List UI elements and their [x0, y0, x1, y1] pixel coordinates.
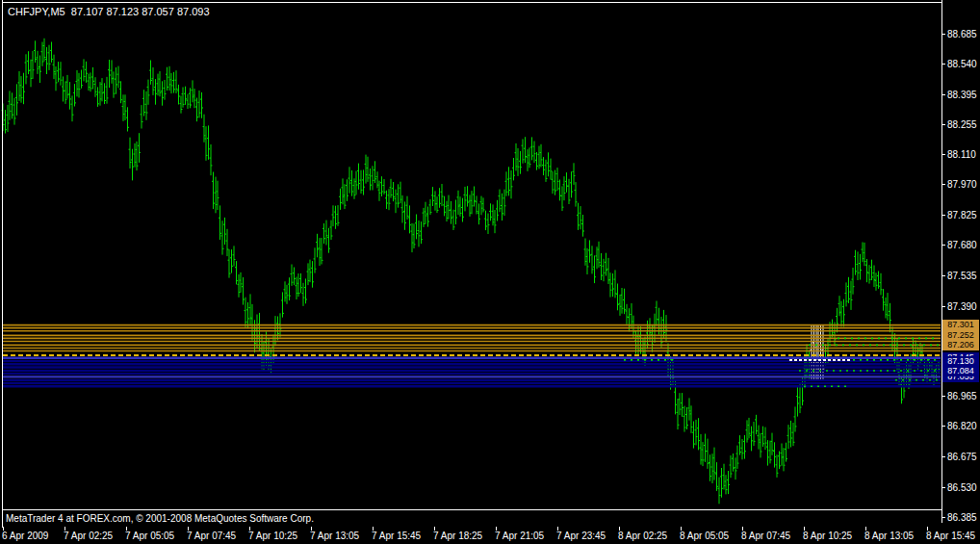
time-axis-label: 7 Apr 21:05 — [495, 531, 544, 541]
chart-title: CHFJPY,M5 87.107 87.123 87.057 87.093 — [8, 6, 210, 17]
price-axis-label: 87.535 — [947, 271, 977, 281]
time-axis-label: 7 Apr 05:05 — [125, 531, 174, 541]
price-axis-label: 88.685 — [947, 29, 977, 39]
price-axis-tick — [941, 456, 945, 457]
price-axis-label: 87.970 — [947, 179, 977, 190]
time-axis-label: 8 Apr 15:45 — [926, 531, 975, 541]
time-axis-label: 7 Apr 23:45 — [556, 531, 606, 541]
price-axis-tick — [941, 215, 945, 216]
price-axis-tick — [941, 124, 945, 125]
price-bars — [2, 39, 941, 505]
time-axis-label: 8 Apr 13:05 — [864, 531, 914, 541]
price-axis-label: 88.110 — [947, 149, 976, 160]
price-axis-label: 88.540 — [947, 59, 977, 69]
price-axis-tick — [941, 487, 945, 488]
time-axis-label: 7 Apr 07:45 — [187, 531, 236, 541]
time-axis-label: 7 Apr 02:25 — [64, 531, 113, 541]
status-bar-text: MetaTrader 4 at FOREX.com, © 2001-2008 M… — [6, 513, 314, 524]
time-axis-label: 6 Apr 2009 — [2, 531, 48, 541]
price-axis-label: 87.390 — [947, 301, 977, 312]
price-axis-label: 88.395 — [947, 90, 977, 100]
time-axis-label: 7 Apr 13:05 — [310, 531, 359, 541]
time-axis-label: 8 Apr 07:45 — [741, 531, 790, 541]
price-axis-tick — [941, 245, 945, 246]
price-highlight-box: 87.084 — [942, 366, 979, 376]
time-axis-label: 7 Apr 18:25 — [433, 531, 482, 541]
price-axis-tick — [941, 94, 945, 95]
chart-canvas[interactable] — [0, 0, 941, 528]
price-axis-label: 86.530 — [947, 482, 977, 493]
price-axis-tick — [941, 154, 945, 155]
price-axis-tick — [941, 64, 945, 65]
time-axis-label: 8 Apr 02:25 — [618, 531, 667, 541]
price-axis-tick — [941, 426, 945, 427]
price-axis-tick — [941, 34, 945, 35]
time-axis-label: 8 Apr 05:05 — [680, 531, 729, 541]
time-axis-label: 7 Apr 15:45 — [372, 531, 421, 541]
chart-bottom-border — [2, 509, 941, 510]
price-axis-label: 87.825 — [947, 210, 977, 220]
price-axis-tick — [941, 306, 945, 307]
price-axis-separator[interactable] — [941, 0, 942, 523]
chart-window: CHFJPY,M5 87.107 87.123 87.057 87.093 Me… — [0, 0, 980, 544]
price-axis-tick — [941, 275, 945, 276]
price-axis-label: 87.680 — [947, 240, 977, 250]
price-axis-label: 86.965 — [947, 391, 977, 402]
price-highlight-box: 87.301 — [942, 320, 979, 330]
price-axis-tick — [941, 396, 945, 397]
price-axis-label: 86.385 — [947, 512, 977, 523]
time-axis-label: 7 Apr 10:25 — [248, 531, 297, 541]
price-axis-label: 86.820 — [947, 421, 977, 431]
price-axis-tick — [941, 517, 945, 518]
price-axis-tick — [941, 184, 945, 185]
price-highlight-box: 87.206 — [942, 340, 979, 350]
price-axis-label: 86.675 — [947, 452, 977, 462]
time-axis-label: 8 Apr 10:25 — [803, 531, 852, 541]
price-axis-label: 88.255 — [947, 119, 977, 130]
window-left-border — [2, 0, 3, 528]
window-top-border — [2, 2, 941, 3]
